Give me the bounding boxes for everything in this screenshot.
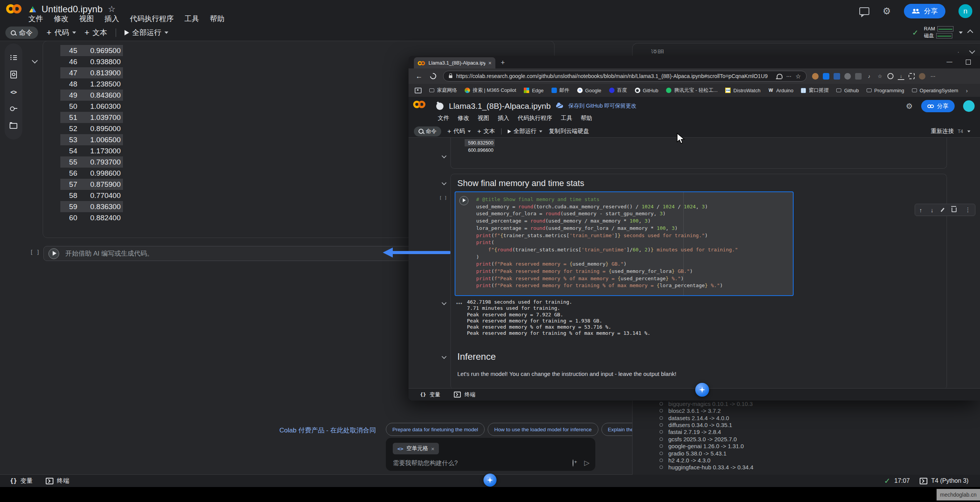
menu-item[interactable]: 帮助: [210, 14, 224, 24]
prompt-input[interactable]: 需要我帮助您构建什么?: [393, 459, 458, 467]
menu-item[interactable]: 插入: [498, 115, 509, 122]
add-text-button[interactable]: +文本: [85, 28, 107, 38]
menu-item[interactable]: 文件: [28, 14, 43, 24]
panel-collapse-icon[interactable]: [969, 48, 975, 54]
bookmark[interactable]: Programming: [867, 88, 904, 93]
gear-icon[interactable]: ⚙: [906, 102, 913, 110]
code-snippets-icon[interactable]: <>: [10, 90, 17, 95]
bookmark[interactable]: 窗口摇摆: [801, 87, 829, 94]
more-icon[interactable]: ⋯: [930, 73, 936, 80]
move-up-icon[interactable]: ↑: [919, 207, 922, 213]
share-button[interactable]: 分享: [904, 4, 945, 18]
edit-icon[interactable]: [940, 208, 944, 212]
menu-item[interactable]: 文件: [438, 115, 449, 122]
collapse-toolbar-icon[interactable]: [967, 30, 973, 36]
bookmark[interactable]: 搜索 | M365 Copilot: [465, 87, 516, 94]
refresh-icon[interactable]: [429, 72, 438, 81]
menu-item[interactable]: 工具: [184, 14, 199, 24]
panel-menu-dot-icon[interactable]: ·: [957, 49, 959, 56]
menu-item[interactable]: 代码执行程序: [518, 115, 552, 122]
copy-to-drive-button[interactable]: 复制到云端硬盘: [549, 128, 589, 135]
secrets-key-icon[interactable]: [10, 106, 17, 110]
notebook-title[interactable]: Untitled0.ipynb: [42, 4, 103, 15]
run-cell-button[interactable]: [459, 196, 468, 205]
variables-button[interactable]: {}变量: [10, 477, 33, 485]
ai-prompt-box[interactable]: <> 空单元格 × 需要我帮助您构建什么? ▷: [386, 438, 595, 471]
runtime-type[interactable]: T4 (Python 3): [931, 477, 968, 484]
star-icon[interactable]: ☆: [108, 4, 116, 14]
save-to-github-link[interactable]: 保存到 GitHub 即可保留更改: [568, 103, 636, 110]
suggestion-chip[interactable]: Prepare data for finetuning the model: [386, 423, 485, 436]
favorite-star-icon[interactable]: ☆: [796, 73, 801, 80]
store-icon[interactable]: [834, 73, 840, 80]
download-icon[interactable]: ↓: [898, 73, 904, 80]
collections-icon[interactable]: ☆: [877, 73, 883, 80]
minimize-button[interactable]: —: [947, 58, 952, 65]
edge-browser-window[interactable]: Llama3.1_(8B)-Alpaca.ipynb - Colab × + —…: [409, 56, 980, 401]
reconnect-control[interactable]: 重新连接 T4: [931, 128, 971, 135]
runtime-dropdown-icon[interactable]: [959, 32, 963, 34]
tab-actions-icon[interactable]: [415, 88, 422, 93]
close-icon[interactable]: ×: [431, 445, 435, 452]
globe-icon[interactable]: [844, 73, 851, 80]
capture-icon[interactable]: [909, 73, 915, 79]
bookmarks-overflow-icon[interactable]: ›: [966, 87, 968, 94]
url-bar[interactable]: https://colab.research.google.com/github…: [443, 71, 807, 81]
terminal-button[interactable]: 终端: [453, 391, 475, 398]
bookmark[interactable]: 腾讯元宝 - 轻松工...: [666, 87, 718, 94]
terminal-button[interactable]: 终端: [46, 477, 69, 485]
cell-collapse-chevron[interactable]: [32, 58, 38, 64]
browser-tab[interactable]: Llama3.1_(8B)-Alpaca.ipynb - Colab ×: [414, 57, 495, 68]
more-options-icon[interactable]: ⋮: [965, 206, 971, 213]
command-palette-button[interactable]: 命令: [5, 27, 38, 39]
menu-item[interactable]: 代码执行程序: [130, 14, 174, 24]
menu-item[interactable]: 修改: [54, 14, 68, 24]
menu-item[interactable]: 工具: [561, 115, 572, 122]
add-text-button[interactable]: +文本: [477, 128, 495, 135]
tab-close-icon[interactable]: ×: [488, 60, 492, 66]
url-text[interactable]: https://colab.research.google.com/github…: [456, 73, 773, 79]
share-button[interactable]: 分享: [921, 100, 955, 112]
cell-collapse-chevron[interactable]: [442, 153, 446, 158]
menu-item[interactable]: 视图: [79, 14, 94, 24]
selected-code-cell[interactable]: # @title Show final memory and time stat…: [455, 191, 794, 296]
menu-item[interactable]: 视图: [478, 115, 489, 122]
resource-monitor[interactable]: RAM 磁盘: [924, 26, 953, 39]
bookmark[interactable]: WArduino: [768, 88, 794, 93]
history-icon[interactable]: [887, 73, 894, 79]
bookmark[interactable]: 邮件: [551, 87, 570, 94]
colab-paid-products-link[interactable]: Colab 付费产品 - 在此处取消合同: [279, 426, 376, 435]
bookmark[interactable]: Github: [836, 88, 859, 93]
bookmark[interactable]: 家庭网络: [429, 87, 457, 94]
cookie-icon[interactable]: [812, 73, 819, 80]
suggestion-chip[interactable]: How to use the loaded model for inferenc…: [488, 423, 598, 436]
bookmark[interactable]: GitHub: [635, 88, 658, 93]
send-icon[interactable]: ▷: [584, 459, 590, 467]
inference-collapse-chevron[interactable]: [442, 354, 446, 359]
menu-item[interactable]: 插入: [105, 14, 119, 24]
gemini-spark-button[interactable]: [695, 383, 709, 397]
empty-cell-chip[interactable]: <> 空单元格 ×: [393, 443, 439, 454]
delete-icon[interactable]: [952, 208, 957, 212]
output-collapse-chevron[interactable]: [442, 300, 446, 305]
section-collapse-chevron[interactable]: [442, 180, 446, 185]
variables-button[interactable]: {}变量: [420, 391, 440, 398]
extension-icon[interactable]: [855, 73, 862, 80]
profile-icon[interactable]: [919, 73, 925, 80]
add-code-button[interactable]: +代码: [47, 28, 76, 38]
find-replace-icon[interactable]: [10, 71, 17, 78]
gear-icon[interactable]: ⚙: [882, 7, 891, 16]
bookmark[interactable]: 百度: [609, 87, 627, 94]
run-all-button[interactable]: 全部运行: [125, 28, 168, 38]
table-of-contents-icon[interactable]: [10, 55, 17, 60]
bookmark[interactable]: GGoogle: [577, 88, 601, 93]
move-down-icon[interactable]: ↓: [931, 207, 934, 213]
back-icon[interactable]: ←: [415, 72, 422, 80]
new-tab-button[interactable]: +: [501, 59, 505, 67]
page-options-icon[interactable]: ⋯: [786, 73, 792, 79]
run-cell-button[interactable]: [48, 248, 59, 259]
bookmark[interactable]: OperatingSystem: [912, 88, 958, 93]
maximize-button[interactable]: [966, 60, 971, 65]
comment-icon[interactable]: [859, 7, 869, 15]
media-icon[interactable]: ♪: [866, 73, 872, 80]
